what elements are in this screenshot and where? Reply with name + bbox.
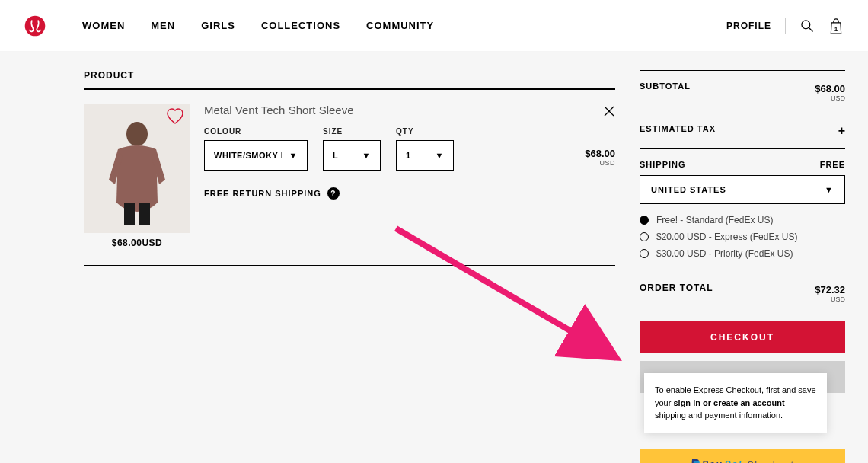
size-select[interactable]: L ▼: [323, 140, 381, 171]
radio-icon: [640, 249, 649, 258]
search-icon[interactable]: [799, 18, 815, 34]
nav-community[interactable]: COMMUNITY: [366, 20, 434, 31]
shipping-value: FREE: [820, 160, 845, 169]
header-tools: PROFILE 1: [726, 18, 844, 34]
cart-item: $68.00USD Metal Vent Tech Short Sleeve C…: [84, 104, 615, 266]
subtotal-value: $68.00 USD: [815, 81, 845, 102]
ship-option-express[interactable]: $20.00 USD - Express (FedEx US): [640, 232, 845, 242]
colour-select[interactable]: WHITE/SMOKY RED ▼: [204, 140, 308, 171]
product-name: Metal Vent Tech Short Sleeve: [204, 104, 615, 117]
divider: [785, 18, 786, 34]
product-section-title: PRODUCT: [84, 70, 615, 81]
chevron-down-icon: ▼: [362, 151, 371, 160]
bag-icon[interactable]: 1: [828, 18, 844, 34]
radio-checked-icon: [640, 216, 649, 225]
svg-line-2: [809, 27, 813, 31]
nav-women[interactable]: WOMEN: [82, 20, 125, 31]
qty-label: QTY: [396, 127, 454, 136]
total-label: ORDER TOTAL: [640, 283, 713, 293]
heart-icon[interactable]: [166, 108, 184, 128]
ship-option-priority[interactable]: $30.00 USD - Priority (FedEx US): [640, 248, 845, 259]
logo[interactable]: [24, 15, 46, 37]
country-select[interactable]: UNITED STATES ▼: [640, 175, 845, 204]
shipping-label: SHIPPING: [640, 160, 686, 169]
main-nav: WOMEN MEN GIRLS COLLECTIONS COMMUNITY: [82, 20, 434, 31]
paypal-checkout-button[interactable]: PayPal Checkout: [640, 449, 845, 463]
express-checkout-tooltip: To enable Express Checkout, first and sa…: [644, 373, 827, 433]
chevron-down-icon: ▼: [825, 185, 834, 194]
profile-link[interactable]: PROFILE: [726, 21, 771, 31]
svg-point-0: [25, 15, 46, 36]
free-return-label: FREE RETURN SHIPPING: [204, 189, 321, 198]
qty-select[interactable]: 1 ▼: [396, 140, 454, 171]
signin-link[interactable]: sign in or create an account: [673, 398, 784, 407]
svg-point-1: [802, 20, 810, 28]
svg-point-4: [126, 122, 148, 146]
paypal-icon: [690, 458, 700, 463]
total-value: $72.32 USD: [815, 283, 845, 303]
chevron-down-icon: ▼: [289, 151, 298, 160]
colour-label: COLOUR: [204, 127, 308, 136]
ship-option-standard[interactable]: Free! - Standard (FedEx US): [640, 215, 845, 225]
bag-count: 1: [828, 26, 844, 33]
checkout-button[interactable]: CHECKOUT: [640, 321, 845, 353]
close-icon[interactable]: [603, 105, 615, 120]
help-icon[interactable]: ?: [327, 187, 340, 200]
nav-collections[interactable]: COLLECTIONS: [261, 20, 340, 31]
chevron-down-icon: ▼: [436, 151, 444, 160]
thumb-price: $68.00USD: [84, 238, 190, 248]
line-price: $68.00 USD: [585, 148, 615, 167]
header: WOMEN MEN GIRLS COLLECTIONS COMMUNITY PR…: [0, 0, 868, 52]
divider: [84, 88, 615, 90]
tax-label: ESTIMATED TAX: [640, 124, 716, 133]
svg-rect-5: [124, 203, 135, 225]
svg-rect-6: [139, 203, 150, 225]
nav-girls[interactable]: GIRLS: [201, 20, 235, 31]
size-label: SIZE: [323, 127, 381, 136]
subtotal-label: SUBTOTAL: [640, 81, 691, 91]
nav-men[interactable]: MEN: [151, 20, 175, 31]
expand-tax-icon[interactable]: +: [838, 124, 845, 138]
radio-icon: [640, 232, 649, 241]
